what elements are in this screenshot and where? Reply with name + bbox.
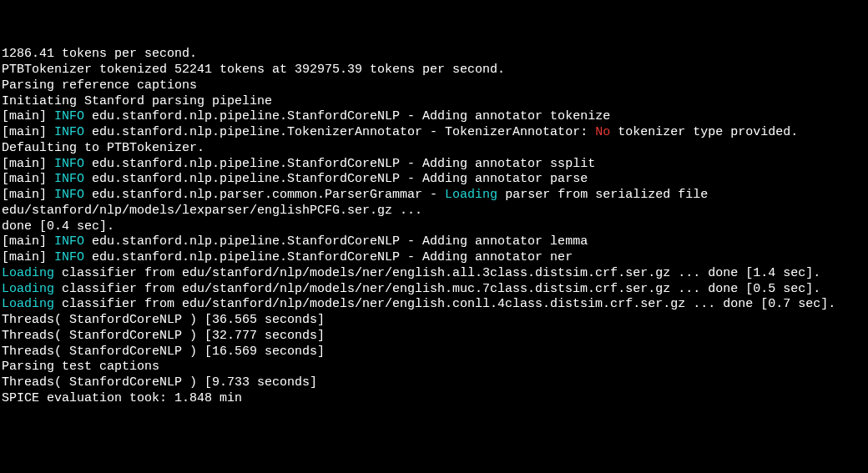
terminal-line: done [0.4 sec]. xyxy=(2,219,866,235)
terminal-text: [main] xyxy=(2,125,54,139)
terminal-text: [main] xyxy=(2,172,54,186)
terminal-text: PTBTokenizer tokenized 52241 tokens at 3… xyxy=(2,63,505,77)
terminal-line: Parsing test captions xyxy=(2,360,866,375)
terminal-text: done [0.4 sec]. xyxy=(2,219,114,234)
terminal-text: Initiating Stanford parsing pipeline xyxy=(2,94,272,108)
terminal-line: [main] INFO edu.stanford.nlp.parser.comm… xyxy=(2,188,866,219)
terminal-output: 1286.41 tokens per second.PTBTokenizer t… xyxy=(2,47,866,406)
terminal-text: edu.stanford.nlp.pipeline.StanfordCoreNL… xyxy=(84,250,573,264)
terminal-text: classifier from edu/stanford/nlp/models/… xyxy=(54,297,835,311)
terminal-text: edu.stanford.nlp.pipeline.TokenizerAnnot… xyxy=(84,125,595,139)
terminal-text: Loading xyxy=(445,188,497,202)
terminal-text: edu.stanford.nlp.pipeline.StanfordCoreNL… xyxy=(84,172,588,186)
terminal-text: INFO xyxy=(54,250,84,264)
terminal-text: Threads( StanfordCoreNLP ) [16.569 secon… xyxy=(2,345,325,359)
terminal-line: Loading classifier from edu/stanford/nlp… xyxy=(2,266,866,282)
terminal-text: [main] xyxy=(2,157,54,171)
terminal-line: 1286.41 tokens per second. xyxy=(2,47,866,63)
terminal-line: [main] INFO edu.stanford.nlp.pipeline.St… xyxy=(2,250,866,266)
terminal-line: [main] INFO edu.stanford.nlp.pipeline.St… xyxy=(2,157,866,173)
terminal-text: SPICE evaluation took: 1.848 min xyxy=(2,391,242,405)
terminal-text: Parsing reference captions xyxy=(2,78,197,93)
terminal-text: INFO xyxy=(54,109,84,123)
terminal-text: classifier from edu/stanford/nlp/models/… xyxy=(54,266,820,280)
terminal-line: Loading classifier from edu/stanford/nlp… xyxy=(2,297,866,313)
terminal-line: Threads( StanfordCoreNLP ) [9.733 second… xyxy=(2,375,866,391)
terminal-text: edu.stanford.nlp.pipeline.StanfordCoreNL… xyxy=(84,157,595,171)
terminal-text: INFO xyxy=(54,125,84,139)
terminal-line: [main] INFO edu.stanford.nlp.pipeline.St… xyxy=(2,109,866,125)
terminal-text: INFO xyxy=(54,172,84,186)
terminal-text: Loading xyxy=(2,282,54,296)
terminal-line: Initiating Stanford parsing pipeline xyxy=(2,94,866,110)
terminal-text: 1286.41 tokens per second. xyxy=(2,47,197,61)
terminal-text: edu.stanford.nlp.parser.common.ParserGra… xyxy=(84,188,445,202)
terminal-text: edu.stanford.nlp.pipeline.StanfordCoreNL… xyxy=(84,109,610,123)
terminal-text: Threads( StanfordCoreNLP ) [32.777 secon… xyxy=(2,329,325,343)
terminal-line: [main] INFO edu.stanford.nlp.pipeline.St… xyxy=(2,234,866,250)
terminal-text: [main] xyxy=(2,109,54,123)
terminal-text: INFO xyxy=(54,157,84,171)
terminal-text: Threads( StanfordCoreNLP ) [36.565 secon… xyxy=(2,313,325,327)
terminal-text: Loading xyxy=(2,266,54,280)
terminal-text: Loading xyxy=(2,297,54,311)
terminal-line: Parsing reference captions xyxy=(2,78,866,94)
terminal-text: INFO xyxy=(54,234,84,249)
terminal-text: Threads( StanfordCoreNLP ) [9.733 second… xyxy=(2,375,317,390)
terminal-line: Threads( StanfordCoreNLP ) [32.777 secon… xyxy=(2,329,866,345)
terminal-text: Parsing test captions xyxy=(2,360,159,374)
terminal-line: Threads( StanfordCoreNLP ) [16.569 secon… xyxy=(2,345,866,360)
terminal-line: Threads( StanfordCoreNLP ) [36.565 secon… xyxy=(2,313,866,329)
terminal-line: PTBTokenizer tokenized 52241 tokens at 3… xyxy=(2,63,866,78)
terminal-line: [main] INFO edu.stanford.nlp.pipeline.St… xyxy=(2,172,866,188)
terminal-text: [main] xyxy=(2,188,54,202)
terminal-line: SPICE evaluation took: 1.848 min xyxy=(2,391,866,407)
terminal-text: [main] xyxy=(2,234,54,249)
terminal-text: edu.stanford.nlp.pipeline.StanfordCoreNL… xyxy=(84,234,588,249)
terminal-text: [main] xyxy=(2,250,54,264)
terminal-line: Loading classifier from edu/stanford/nlp… xyxy=(2,282,866,298)
terminal-text: classifier from edu/stanford/nlp/models/… xyxy=(54,282,820,296)
terminal-text: INFO xyxy=(54,188,84,202)
terminal-line: [main] INFO edu.stanford.nlp.pipeline.To… xyxy=(2,125,866,157)
terminal-text: No xyxy=(595,125,610,139)
